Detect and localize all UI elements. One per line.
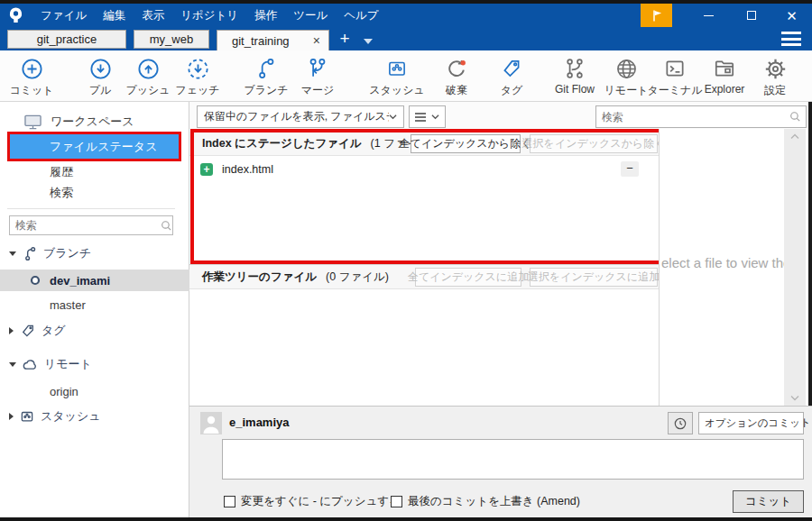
- merge-icon: [286, 54, 349, 83]
- cloud-icon: [22, 357, 39, 371]
- sidebar-section-stash[interactable]: スタッシュ: [0, 407, 189, 425]
- menu-file[interactable]: ファイル: [32, 4, 95, 27]
- hamburger-menu-icon[interactable]: [781, 32, 801, 46]
- chevron-right-icon[interactable]: [9, 327, 14, 334]
- amend-option: 最後のコミットを上書き (Amend): [391, 494, 580, 509]
- sidebar-branch-dev-imami[interactable]: dev_imami: [0, 270, 189, 291]
- sidebar-section-branches[interactable]: ブランチ: [0, 244, 189, 262]
- stage-selected-button[interactable]: 選択をインデックスに追加: [530, 268, 658, 287]
- unstage-all-button[interactable]: 全てインデックスから除く: [411, 134, 521, 153]
- tab-list-caret-icon[interactable]: [364, 39, 373, 44]
- sidebar-item-history[interactable]: 履歴: [0, 163, 189, 181]
- menu-edit[interactable]: 編集: [95, 4, 134, 27]
- stash-icon: [19, 408, 35, 425]
- fetch-icon: [166, 54, 229, 83]
- clock-icon: [673, 416, 687, 431]
- push-checkbox[interactable]: [224, 496, 235, 507]
- discard-toolbar-button[interactable]: 破棄: [425, 54, 488, 98]
- commit-message-input[interactable]: [222, 439, 804, 480]
- commit-author: e_imamiya: [229, 416, 290, 429]
- tab-label: git_training: [232, 34, 290, 48]
- stash-toolbar-button[interactable]: スタッシュ: [365, 54, 429, 98]
- sidebar-item-file-status[interactable]: ファイルステータス: [10, 134, 179, 159]
- push-immediately-option: 変更をすぐに - にプッシュする: [224, 494, 401, 509]
- sidebar-search-input[interactable]: [10, 219, 161, 232]
- sourcetree-window: ファイル 編集 表示 リポジトリ 操作 ツール ヘルプ ✕ git_practi…: [0, 4, 812, 517]
- branch-name: dev_imami: [50, 274, 110, 288]
- chevron-down-icon[interactable]: [9, 362, 16, 367]
- notification-flag-button[interactable]: [641, 4, 672, 27]
- staged-title: Index にステージしたファイル: [202, 136, 362, 151]
- commit-toolbar-button[interactable]: コミット: [0, 54, 63, 98]
- view-options-dropdown[interactable]: [409, 105, 446, 128]
- menu-repository[interactable]: リポジトリ: [172, 4, 246, 27]
- maximize-button[interactable]: [731, 4, 771, 27]
- close-icon: ✕: [786, 9, 798, 23]
- settings-toolbar-button[interactable]: 設定: [743, 54, 807, 98]
- stage-all-button[interactable]: 全てインデックスに追加: [415, 268, 521, 287]
- working-count: (0 ファイル): [326, 270, 389, 285]
- sidebar-item-workspace[interactable]: ワークスペース: [0, 112, 189, 132]
- chevron-down-icon: [389, 114, 397, 120]
- staged-file-row[interactable]: + index.html −: [189, 160, 659, 179]
- menu-actions[interactable]: 操作: [246, 4, 285, 27]
- sidebar-item-search[interactable]: 検索: [0, 184, 189, 202]
- diff-scrollbar[interactable]: [784, 129, 806, 406]
- remote-name: origin: [50, 385, 78, 398]
- staged-section-header: Index にステージしたファイル (1 ファイル) 全てインデックスから除く …: [189, 132, 659, 156]
- minimize-button[interactable]: [688, 4, 729, 27]
- tag-icon: [480, 54, 543, 83]
- branches-header-label: ブランチ: [43, 245, 91, 261]
- unstage-selected-button[interactable]: 選択をインデックスから除く: [530, 134, 658, 153]
- menu-help[interactable]: ヘルプ: [336, 4, 386, 27]
- file-filter-dropdown[interactable]: 保留中のファイルを表示, ファイルステータス順: [197, 105, 404, 128]
- commit-icon: [0, 54, 63, 83]
- working-section-header: 作業ツリーのファイル (0 ファイル) 全てインデックスに追加 選択をインデック…: [189, 265, 659, 289]
- sidebar-remote-origin[interactable]: origin: [0, 383, 189, 399]
- branch-icon: [23, 246, 38, 261]
- current-branch-icon: [30, 275, 41, 286]
- sidebar-section-remotes[interactable]: リモート: [0, 355, 189, 373]
- new-tab-button[interactable]: +: [335, 29, 355, 49]
- tag-toolbar-button[interactable]: タグ: [480, 54, 543, 98]
- staged-file-list: + index.html −: [189, 156, 659, 264]
- chevron-right-icon[interactable]: [9, 413, 14, 420]
- flag-icon: [650, 8, 664, 23]
- sidebar-search-box: [9, 215, 173, 235]
- scroll-up-icon[interactable]: [790, 133, 799, 140]
- remotes-header-label: リモート: [44, 356, 92, 372]
- scroll-down-icon[interactable]: [790, 395, 799, 401]
- chevron-down-icon[interactable]: [9, 251, 16, 256]
- content-area: ワークスペース ファイルステータス 履歴 検索 ブランチ: [0, 102, 812, 517]
- fetch-toolbar-button[interactable]: フェッチ: [166, 54, 229, 98]
- tab-label: my_web: [150, 32, 193, 46]
- tab-git-practice[interactable]: git_practice: [7, 30, 126, 49]
- tags-header-label: タグ: [42, 323, 66, 339]
- toolbar: コミット プル プッシュ フェッチ ブランチ マージ スタッシュ 破棄: [0, 50, 812, 102]
- tab-git-training[interactable]: git_training ×: [217, 30, 329, 50]
- settings-icon: [743, 54, 807, 83]
- commit-options-dropdown[interactable]: オプションのコミット: [698, 412, 804, 434]
- stash-header-label: スタッシュ: [41, 408, 101, 425]
- close-button[interactable]: ✕: [771, 4, 812, 27]
- tab-close-icon[interactable]: ×: [313, 33, 320, 48]
- search-icon: [789, 111, 801, 123]
- sidebar-section-tags[interactable]: タグ: [0, 322, 189, 340]
- menu-tools[interactable]: ツール: [285, 4, 336, 27]
- push-checkbox-label: 変更をすぐに - にプッシュする: [241, 494, 401, 509]
- merge-toolbar-button[interactable]: マージ: [286, 54, 349, 98]
- chevron-down-icon: [431, 114, 439, 120]
- sourcetree-logo-icon: [8, 7, 23, 23]
- amend-checkbox[interactable]: [391, 496, 402, 507]
- repo-tab-bar: git_practice my_web git_training × +: [0, 27, 812, 50]
- working-file-list: [189, 289, 659, 406]
- sidebar-branch-master[interactable]: master: [0, 297, 189, 313]
- commit-history-button[interactable]: [668, 412, 693, 434]
- menu-view[interactable]: 表示: [134, 4, 172, 27]
- discard-icon: [425, 54, 488, 83]
- amend-checkbox-label: 最後のコミットを上書き (Amend): [408, 494, 580, 509]
- file-search-input[interactable]: [596, 111, 789, 123]
- commit-button[interactable]: コミット: [733, 490, 804, 513]
- unstage-file-button[interactable]: −: [621, 161, 639, 177]
- tab-my-web[interactable]: my_web: [134, 30, 209, 49]
